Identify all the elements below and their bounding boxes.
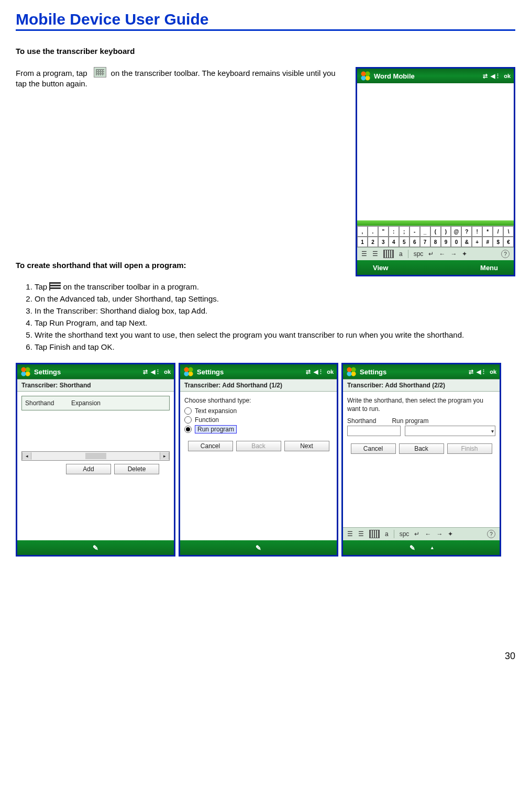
- options-icon[interactable]: ☰: [361, 250, 367, 258]
- app-title: Settings: [360, 368, 466, 376]
- connectivity-icon[interactable]: ⇄: [306, 369, 311, 375]
- options-icon[interactable]: ☰: [347, 530, 353, 538]
- key[interactable]: -: [410, 226, 420, 237]
- radio-run-program[interactable]: Run program: [184, 425, 333, 433]
- scroll-right[interactable]: ▸: [160, 452, 169, 460]
- right-key[interactable]: →: [436, 530, 442, 538]
- key[interactable]: /: [493, 226, 503, 237]
- key[interactable]: (: [430, 226, 441, 237]
- dialog-title: Transcriber: Add Shorthand (1/2): [180, 379, 337, 392]
- app-title: Settings: [34, 368, 140, 376]
- left-key[interactable]: ←: [439, 250, 445, 258]
- right-key[interactable]: →: [450, 250, 457, 258]
- key[interactable]: 7: [420, 237, 430, 247]
- key[interactable]: 5: [399, 237, 410, 247]
- key[interactable]: !: [472, 226, 482, 237]
- steps-list: Tap on the transcriber toolbar in a prog…: [16, 281, 515, 352]
- dialog-title: Transcriber: Shorthand: [17, 379, 174, 392]
- key[interactable]: @: [451, 226, 461, 237]
- radio-function[interactable]: Function: [184, 416, 333, 424]
- start-icon[interactable]: [360, 71, 371, 81]
- menu-softkey[interactable]: Menu: [480, 264, 498, 272]
- scroll-left[interactable]: ◂: [22, 452, 31, 460]
- start-icon[interactable]: [183, 366, 194, 377]
- back-button[interactable]: Back: [399, 443, 444, 454]
- key[interactable]: 4: [389, 237, 399, 247]
- keyboard-icon[interactable]: [369, 530, 380, 538]
- sip-icon[interactable]: ✎: [93, 544, 98, 552]
- key[interactable]: ?: [461, 226, 472, 237]
- key[interactable]: ,: [357, 226, 368, 237]
- help-icon[interactable]: ?: [501, 250, 510, 258]
- key[interactable]: *: [482, 226, 493, 237]
- key[interactable]: 0: [451, 237, 461, 247]
- list-icon[interactable]: ☰: [358, 530, 364, 538]
- onscreen-keyboard[interactable]: ,.":;-_()@?!*/\ 1234567890&+#$€: [357, 226, 514, 247]
- key[interactable]: ;: [399, 226, 410, 237]
- key[interactable]: &: [461, 237, 472, 247]
- key[interactable]: $: [493, 237, 503, 247]
- document-area[interactable]: [357, 83, 514, 220]
- sip-icon[interactable]: ✎: [410, 544, 415, 552]
- step-4: Tap Run Program, and tap Next.: [35, 317, 515, 328]
- volume-icon[interactable]: ◀⋮: [151, 369, 161, 375]
- volume-icon[interactable]: ◀⋮: [491, 73, 501, 80]
- sip-icon[interactable]: ✎: [256, 544, 261, 552]
- start-icon[interactable]: [346, 366, 357, 377]
- finish-button: Finish: [447, 443, 492, 454]
- connectivity-icon[interactable]: ⇄: [483, 73, 488, 80]
- key[interactable]: €: [503, 237, 514, 247]
- ok-button[interactable]: ok: [490, 369, 496, 375]
- start-icon[interactable]: [20, 366, 31, 377]
- run-program-dropdown[interactable]: [405, 426, 495, 436]
- keyboard-icon[interactable]: [383, 250, 394, 258]
- key[interactable]: \: [503, 226, 514, 237]
- letter-mode-icon[interactable]: a: [399, 250, 403, 258]
- space-key[interactable]: spc: [400, 530, 410, 538]
- left-key[interactable]: ←: [425, 530, 431, 538]
- space-key[interactable]: spc: [414, 250, 424, 258]
- ok-button[interactable]: ok: [164, 369, 171, 375]
- ok-button[interactable]: ok: [327, 369, 334, 375]
- cancel-button[interactable]: Cancel: [351, 443, 396, 454]
- ok-button[interactable]: ok: [504, 73, 511, 80]
- letter-mode-icon[interactable]: a: [385, 530, 389, 538]
- radio-text-expansion[interactable]: Text expansion: [184, 407, 333, 415]
- key[interactable]: #: [482, 237, 493, 247]
- options-toolbar-icon: [49, 282, 61, 291]
- transcriber-toolbar: ☰ ☰ a spc ↵ ← → ✦ ?: [343, 527, 500, 540]
- enter-key[interactable]: ↵: [428, 250, 434, 258]
- scroll-thumb[interactable]: [85, 453, 106, 459]
- correction-icon[interactable]: ✦: [448, 530, 453, 538]
- next-button[interactable]: Next: [284, 441, 329, 451]
- view-softkey[interactable]: View: [373, 264, 388, 272]
- cancel-button[interactable]: Cancel: [188, 441, 233, 451]
- help-icon[interactable]: ?: [487, 530, 495, 538]
- key[interactable]: ": [378, 226, 389, 237]
- key[interactable]: +: [472, 237, 482, 247]
- key[interactable]: 2: [368, 237, 378, 247]
- enter-key[interactable]: ↵: [414, 530, 419, 538]
- correction-icon[interactable]: ✦: [462, 250, 467, 258]
- key[interactable]: 1: [357, 237, 368, 247]
- volume-icon[interactable]: ◀⋮: [477, 369, 486, 375]
- h-scrollbar[interactable]: ◂ ▸: [21, 451, 170, 461]
- key[interactable]: 6: [410, 237, 420, 247]
- add-button[interactable]: Add: [66, 464, 111, 474]
- key[interactable]: :: [389, 226, 399, 237]
- prompt-text: Choose shorthand type:: [184, 397, 333, 404]
- shorthand-input[interactable]: [347, 426, 401, 436]
- volume-icon[interactable]: ◀⋮: [314, 369, 324, 375]
- key[interactable]: 8: [430, 237, 441, 247]
- key[interactable]: ): [441, 226, 451, 237]
- key[interactable]: .: [368, 226, 378, 237]
- key[interactable]: 9: [441, 237, 451, 247]
- delete-button[interactable]: Delete: [114, 464, 159, 474]
- list-icon[interactable]: ☰: [372, 250, 378, 258]
- connectivity-icon[interactable]: ⇄: [469, 369, 473, 375]
- key[interactable]: 3: [378, 237, 389, 247]
- connectivity-icon[interactable]: ⇄: [143, 369, 148, 375]
- titlebar-icons: ⇄ ◀⋮ ok: [483, 73, 511, 80]
- key[interactable]: _: [420, 226, 430, 237]
- section-heading-1: To use the transcriber keyboard: [16, 47, 515, 55]
